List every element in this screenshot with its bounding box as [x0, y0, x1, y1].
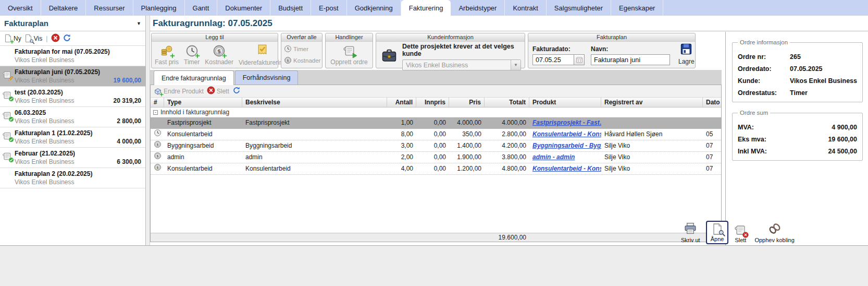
invoice-date-label: Fakturadato:	[532, 45, 585, 53]
new-invoice-plan-button[interactable]: Ny	[4, 34, 21, 43]
invoice-lines-grid: Endre Produkt Slett # Type Beskrivelse A…	[150, 85, 722, 242]
transfer-costs-button[interactable]: Kostnader	[284, 56, 320, 65]
incl-vat-value: 24 500,00	[828, 148, 857, 155]
grid-header-row: # Type Beskrivelse Antall Innpris Pris T…	[151, 98, 721, 108]
list-item[interactable]: Fakturaplan 2 (20.02.2025) Vikos Enkel B…	[0, 168, 145, 188]
product-link[interactable]: Byggningsarbeid - Byg…	[532, 142, 601, 149]
column-header[interactable]: Beskrivelse	[242, 98, 387, 107]
sidebar-splitter[interactable]	[146, 16, 150, 245]
list-item[interactable]: Fakturaplan 1 (21.02.2025) Vikos Enkel B…	[0, 127, 145, 148]
refresh-icon[interactable]	[232, 86, 241, 96]
table-row[interactable]: Konsulentarbeid Konsulentarbeid 4,00 0,0…	[151, 163, 721, 175]
delete-icon[interactable]	[51, 33, 60, 44]
column-header[interactable]: Dato	[703, 98, 721, 107]
coin-icon	[154, 152, 162, 163]
nav-tab-epost[interactable]: E-post	[311, 0, 347, 16]
group-kundeinformasjon: Kundeinformasjon Dette prosjektet krever…	[376, 33, 525, 68]
product-link[interactable]: admin - admin	[532, 153, 575, 161]
invoice-date-input[interactable]	[532, 54, 574, 65]
column-header[interactable]: Type	[164, 98, 242, 107]
nav-tab-egenskaper[interactable]: Egenskaper	[611, 0, 663, 16]
nav-tab-deltakere[interactable]: Deltakere	[41, 0, 86, 16]
approved-document-icon	[2, 90, 12, 100]
product-link[interactable]: Konsulentarbeid - Kons…	[532, 165, 601, 172]
table-row[interactable]: Byggningsarbeid Byggningsarbeid 3,00 0,0…	[151, 140, 721, 152]
order-customer-value: Vikos Enkel Business	[790, 77, 857, 85]
list-item[interactable]: 06.03.2025 Vikos Enkel Business2 800,00	[0, 107, 145, 127]
nav-tab-salgsmuligheter[interactable]: Salgsmuligheter	[547, 0, 611, 16]
unlink-button[interactable]: Opphev kobling	[752, 221, 796, 244]
table-row[interactable]: admin admin 2,00 0,00 1.900,00 3.800,00 …	[151, 152, 721, 163]
add-costs-button[interactable]: Kostnader	[205, 44, 233, 66]
nav-tab-oversikt[interactable]: Oversikt	[0, 0, 41, 16]
product-link[interactable]: Fastprisprosjekt - Fast…	[532, 119, 601, 126]
nav-tab-planlegging[interactable]: Planlegging	[133, 0, 185, 16]
order-status-label: Ordrestatus:	[738, 89, 790, 97]
refresh-icon[interactable]	[63, 33, 71, 44]
delete-order-button[interactable]: Slett	[732, 223, 749, 244]
delete-icon	[207, 86, 215, 96]
column-header[interactable]: #	[151, 98, 164, 107]
ex-vat-value: 19 600,00	[828, 136, 857, 143]
order-status-value: Timer	[790, 89, 808, 97]
nav-tab-kontrakt[interactable]: Kontrakt	[505, 0, 546, 16]
delete-line-button[interactable]: Slett	[207, 86, 229, 96]
nav-tab-arbeidstyper[interactable]: Arbeidstyper	[451, 0, 505, 16]
transfer-hours-button[interactable]: Timer	[284, 45, 320, 54]
list-item-selected[interactable]: Fakturaplan juni (07.05.2025) Vikos Enke…	[0, 66, 145, 87]
top-navigation: Oversikt Deltakere Ressurser Planlegging…	[0, 0, 868, 16]
vat-value: 4 900,00	[832, 124, 857, 131]
clock-icon	[284, 45, 292, 54]
nav-tab-fakturering[interactable]: Fakturering	[401, 0, 451, 16]
create-order-button[interactable]: Opprett ordre	[330, 44, 367, 66]
table-row[interactable]: Konsulentarbeid 8,00 0,00 350,00 2.800,0…	[151, 129, 721, 140]
column-header[interactable]: Totalt	[485, 98, 529, 107]
group-row[interactable]: - Innhold i fakturagrunnlag	[151, 108, 721, 117]
project-status-bar: Migreringsprosjekt Kunde: Fakturert:33 4…	[0, 245, 868, 286]
table-row[interactable]: Fastprisprosjekt Fastprisprosjekt 1,00 0…	[151, 117, 721, 129]
group-legg-til: Legg til Fast pris Timer Kostnader Vider…	[151, 33, 278, 68]
tab-endre-fakturagrunnlag[interactable]: Endre fakturagrunnlag	[154, 70, 234, 85]
collapse-icon[interactable]: -	[153, 110, 158, 115]
column-header[interactable]: Registrert av	[601, 98, 703, 107]
column-header[interactable]: Pris	[449, 98, 485, 107]
nav-tab-ressurser[interactable]: Ressurser	[86, 0, 133, 16]
document-tabstrip: Endre fakturagrunnlag Forhåndsvisning	[150, 70, 722, 85]
floppy-disk-icon	[680, 43, 692, 57]
add-rebilling-button[interactable]: Viderefakturering	[239, 43, 286, 66]
order-panel: Ordre informasjon Ordre nr:265 Ordredato…	[725, 32, 868, 245]
nav-tab-budsjett[interactable]: Budsjett	[270, 0, 311, 16]
sidebar-collapse-caret-icon[interactable]: ▼	[137, 21, 141, 26]
calendar-icon[interactable]	[574, 54, 585, 65]
add-hours-button[interactable]: Timer	[184, 44, 200, 66]
approved-document-icon	[2, 151, 12, 161]
edit-product-button[interactable]: Endre Produkt	[154, 87, 204, 96]
view-invoice-plan-button[interactable]: Vis	[24, 34, 42, 43]
coin-icon	[154, 163, 162, 174]
list-item[interactable]: Februar (21.02.2025) Vikos Enkel Busines…	[0, 148, 145, 168]
add-fixed-price-button[interactable]: Fast pris	[155, 44, 179, 66]
customer-select[interactable]: Vikos Enkel Business ▼	[402, 59, 521, 70]
plan-name-input[interactable]	[591, 54, 670, 65]
nav-tab-gantt[interactable]: Gantt	[185, 0, 218, 16]
nav-tab-godkjenning[interactable]: Godkjenning	[347, 0, 401, 16]
nav-tab-dokumenter[interactable]: Dokumenter	[217, 0, 270, 16]
column-header[interactable]: Innpris	[416, 98, 449, 107]
print-button[interactable]: Skriv ut	[679, 221, 702, 244]
open-button[interactable]: Åpne	[706, 221, 729, 244]
product-link[interactable]: Konsulentarbeid - Kons…	[532, 130, 601, 138]
invoice-plan-sidebar: Fakturaplan ▼ Ny Vis | Fakturaplan for m…	[0, 16, 146, 245]
receipt-check-icon	[256, 43, 269, 58]
scroll-play-icon	[343, 44, 356, 57]
column-header[interactable]: Antall	[387, 98, 416, 107]
incl-vat-label: Inkl MVA:	[738, 148, 828, 155]
save-button[interactable]: Lagre	[678, 43, 695, 65]
order-actions: Skriv ut Åpne Slett Opphev kobling	[679, 221, 797, 244]
total-amount: 19.600,00	[151, 233, 529, 242]
tab-forhandsvisning[interactable]: Forhåndsvisning	[235, 70, 299, 85]
list-item[interactable]: test (20.03.2025) Vikos Enkel Business20…	[0, 87, 145, 107]
briefcase-icon	[380, 48, 398, 65]
group-handlinger: Handlinger Opprett ordre	[325, 33, 373, 68]
list-item[interactable]: Fakturaplan for mai (07.05.2025) Vikos E…	[0, 46, 145, 66]
column-header[interactable]: Produkt	[529, 98, 601, 107]
